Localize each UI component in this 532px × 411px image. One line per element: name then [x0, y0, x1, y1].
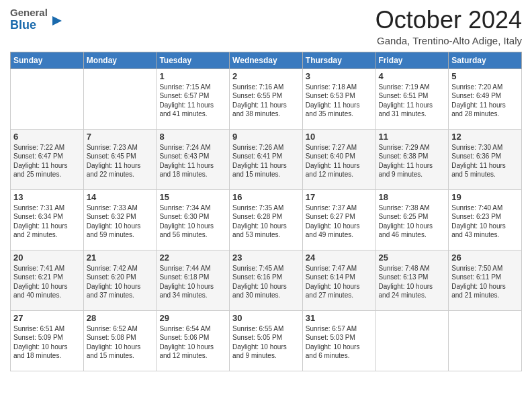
week-row-1: 1Sunrise: 7:15 AMSunset: 6:57 PMDaylight… — [11, 68, 522, 129]
day-number: 21 — [87, 253, 154, 263]
cell-content: Sunrise: 7:31 AMSunset: 6:34 PMDaylight:… — [13, 203, 81, 240]
table-row: 1Sunrise: 7:15 AMSunset: 6:57 PMDaylight… — [157, 68, 230, 129]
cell-content: Sunrise: 7:44 AMSunset: 6:18 PMDaylight:… — [159, 264, 226, 300]
day-number: 23 — [232, 253, 300, 263]
day-number: 19 — [451, 192, 519, 202]
col-thursday: Thursday — [302, 52, 375, 68]
table-row — [11, 68, 84, 129]
cell-content: Sunrise: 7:23 AMSunset: 6:45 PMDaylight:… — [87, 143, 154, 179]
cell-content: Sunrise: 7:30 AMSunset: 6:36 PMDaylight:… — [451, 143, 519, 179]
table-row: 26Sunrise: 7:50 AMSunset: 6:11 PMDayligh… — [449, 250, 522, 310]
table-row: 5Sunrise: 7:20 AMSunset: 6:49 PMDaylight… — [449, 68, 522, 129]
day-number: 25 — [379, 253, 446, 263]
table-row — [83, 68, 157, 129]
week-row-2: 6Sunrise: 7:22 AMSunset: 6:47 PMDaylight… — [11, 129, 522, 189]
day-number: 9 — [232, 132, 300, 142]
day-number: 15 — [159, 192, 226, 202]
col-friday: Friday — [375, 52, 449, 68]
day-number: 20 — [13, 253, 81, 263]
table-row: 19Sunrise: 7:40 AMSunset: 6:23 PMDayligh… — [449, 189, 522, 250]
cell-content: Sunrise: 6:51 AMSunset: 5:09 PMDaylight:… — [13, 324, 81, 361]
day-number: 16 — [232, 192, 300, 202]
week-row-3: 13Sunrise: 7:31 AMSunset: 6:34 PMDayligh… — [11, 189, 522, 250]
month-title: October 2024 — [375, 7, 522, 34]
table-row — [449, 310, 522, 371]
cell-content: Sunrise: 7:20 AMSunset: 6:49 PMDaylight:… — [451, 83, 519, 119]
col-tuesday: Tuesday — [157, 52, 230, 68]
table-row: 9Sunrise: 7:26 AMSunset: 6:41 PMDaylight… — [230, 129, 303, 189]
cell-content: Sunrise: 6:55 AMSunset: 5:05 PMDaylight:… — [232, 324, 300, 361]
cell-content: Sunrise: 7:15 AMSunset: 6:57 PMDaylight:… — [159, 83, 226, 119]
day-number: 5 — [451, 71, 519, 81]
cell-content: Sunrise: 7:35 AMSunset: 6:28 PMDaylight:… — [232, 203, 300, 240]
calendar-container: General Blue October 2024 Ganda, Trentin… — [0, 0, 532, 381]
day-number: 3 — [306, 71, 373, 81]
header: General Blue October 2024 Ganda, Trentin… — [10, 7, 522, 46]
table-row: 15Sunrise: 7:34 AMSunset: 6:30 PMDayligh… — [157, 189, 230, 250]
cell-content: Sunrise: 7:26 AMSunset: 6:41 PMDaylight:… — [232, 143, 300, 179]
cell-content: Sunrise: 7:50 AMSunset: 6:11 PMDaylight:… — [451, 264, 519, 300]
cell-content: Sunrise: 7:48 AMSunset: 6:13 PMDaylight:… — [379, 264, 446, 300]
day-number: 17 — [306, 192, 373, 202]
cell-content: Sunrise: 7:41 AMSunset: 6:21 PMDaylight:… — [13, 264, 81, 300]
day-number: 8 — [159, 132, 226, 142]
table-row: 17Sunrise: 7:37 AMSunset: 6:27 PMDayligh… — [302, 189, 375, 250]
table-row: 6Sunrise: 7:22 AMSunset: 6:47 PMDaylight… — [11, 129, 84, 189]
cell-content: Sunrise: 7:34 AMSunset: 6:30 PMDaylight:… — [159, 203, 226, 240]
table-row: 2Sunrise: 7:16 AMSunset: 6:55 PMDaylight… — [230, 68, 303, 129]
day-number: 22 — [159, 253, 226, 263]
table-row: 4Sunrise: 7:19 AMSunset: 6:51 PMDaylight… — [375, 68, 449, 129]
cell-content: Sunrise: 7:24 AMSunset: 6:43 PMDaylight:… — [159, 143, 226, 179]
table-row: 23Sunrise: 7:45 AMSunset: 6:16 PMDayligh… — [230, 250, 303, 310]
day-number: 29 — [159, 313, 226, 323]
table-row: 28Sunrise: 6:52 AMSunset: 5:08 PMDayligh… — [83, 310, 157, 371]
table-row: 7Sunrise: 7:23 AMSunset: 6:45 PMDaylight… — [83, 129, 157, 189]
week-row-4: 20Sunrise: 7:41 AMSunset: 6:21 PMDayligh… — [11, 250, 522, 310]
table-row: 30Sunrise: 6:55 AMSunset: 5:05 PMDayligh… — [230, 310, 303, 371]
table-row: 16Sunrise: 7:35 AMSunset: 6:28 PMDayligh… — [230, 189, 303, 250]
cell-content: Sunrise: 7:18 AMSunset: 6:53 PMDaylight:… — [306, 83, 373, 119]
day-number: 26 — [451, 253, 519, 263]
cell-content: Sunrise: 7:22 AMSunset: 6:47 PMDaylight:… — [13, 143, 81, 179]
day-number: 11 — [379, 132, 446, 142]
table-row: 18Sunrise: 7:38 AMSunset: 6:25 PMDayligh… — [375, 189, 449, 250]
cell-content: Sunrise: 7:16 AMSunset: 6:55 PMDaylight:… — [232, 83, 300, 119]
day-number: 12 — [451, 132, 519, 142]
col-sunday: Sunday — [11, 52, 84, 68]
table-row: 8Sunrise: 7:24 AMSunset: 6:43 PMDaylight… — [157, 129, 230, 189]
week-row-5: 27Sunrise: 6:51 AMSunset: 5:09 PMDayligh… — [11, 310, 522, 371]
cell-content: Sunrise: 7:27 AMSunset: 6:40 PMDaylight:… — [306, 143, 373, 179]
logo-icon — [50, 14, 62, 29]
cell-content: Sunrise: 6:54 AMSunset: 5:06 PMDaylight:… — [159, 324, 226, 361]
day-number: 31 — [306, 313, 373, 323]
cell-content: Sunrise: 7:40 AMSunset: 6:23 PMDaylight:… — [451, 203, 519, 240]
col-monday: Monday — [83, 52, 157, 68]
table-row: 29Sunrise: 6:54 AMSunset: 5:06 PMDayligh… — [157, 310, 230, 371]
cell-content: Sunrise: 7:47 AMSunset: 6:14 PMDaylight:… — [306, 264, 373, 300]
logo-general: General — [10, 7, 48, 19]
day-number: 18 — [379, 192, 446, 202]
table-row: 20Sunrise: 7:41 AMSunset: 6:21 PMDayligh… — [11, 250, 84, 310]
cell-content: Sunrise: 6:52 AMSunset: 5:08 PMDaylight:… — [87, 324, 154, 361]
cell-content: Sunrise: 7:33 AMSunset: 6:32 PMDaylight:… — [87, 203, 154, 240]
table-row: 24Sunrise: 7:47 AMSunset: 6:14 PMDayligh… — [302, 250, 375, 310]
logo: General Blue — [10, 7, 62, 32]
day-number: 7 — [87, 132, 154, 142]
table-row: 13Sunrise: 7:31 AMSunset: 6:34 PMDayligh… — [11, 189, 84, 250]
cell-content: Sunrise: 6:57 AMSunset: 5:03 PMDaylight:… — [306, 324, 373, 361]
cell-content: Sunrise: 7:19 AMSunset: 6:51 PMDaylight:… — [379, 83, 446, 119]
table-row — [375, 310, 449, 371]
day-number: 28 — [87, 313, 154, 323]
location: Ganda, Trentino-Alto Adige, Italy — [375, 35, 522, 46]
day-number: 6 — [13, 132, 81, 142]
day-number: 4 — [379, 71, 446, 81]
table-row: 11Sunrise: 7:29 AMSunset: 6:38 PMDayligh… — [375, 129, 449, 189]
table-row: 25Sunrise: 7:48 AMSunset: 6:13 PMDayligh… — [375, 250, 449, 310]
title-area: October 2024 Ganda, Trentino-Alto Adige,… — [375, 7, 522, 46]
cell-content: Sunrise: 7:42 AMSunset: 6:20 PMDaylight:… — [87, 264, 154, 300]
table-row: 27Sunrise: 6:51 AMSunset: 5:09 PMDayligh… — [11, 310, 84, 371]
cell-content: Sunrise: 7:38 AMSunset: 6:25 PMDaylight:… — [379, 203, 446, 240]
calendar-table: Sunday Monday Tuesday Wednesday Thursday… — [10, 52, 522, 371]
table-row: 10Sunrise: 7:27 AMSunset: 6:40 PMDayligh… — [302, 129, 375, 189]
day-number: 13 — [13, 192, 81, 202]
